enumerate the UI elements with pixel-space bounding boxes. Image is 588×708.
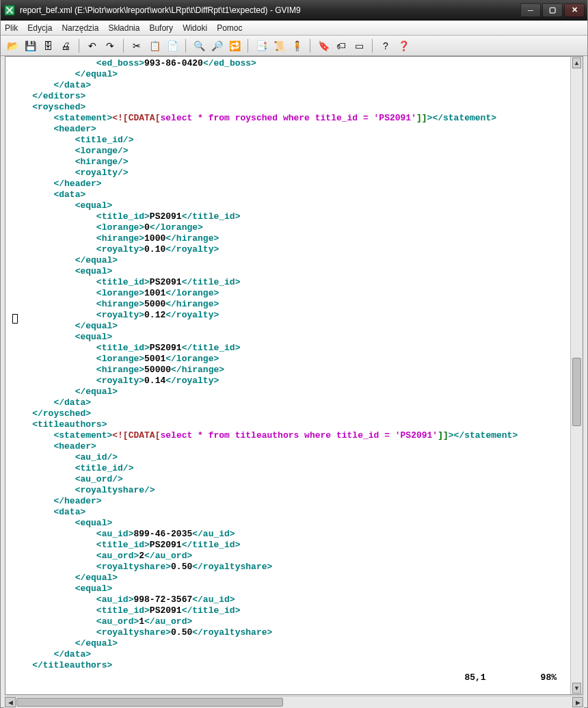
code-line[interactable]: <data> [5,189,570,200]
tagjump-icon[interactable]: ▭ [351,38,366,53]
horizontal-scrollbar[interactable]: ◀ ▶ [4,696,584,708]
scroll-down-icon[interactable]: ▼ [572,683,581,694]
code-line[interactable]: <equal> [5,200,570,211]
menu-help[interactable]: Pomoc [217,23,242,33]
code-line[interactable]: <statement><![CDATA[select * from titlea… [5,430,570,441]
code-line[interactable]: <hirange/> [5,157,570,168]
tagsgen-icon[interactable]: 🏷 [334,38,349,53]
code-line[interactable]: <lorange>5001</lorange> [5,354,570,365]
code-line[interactable]: </equal> [5,573,570,584]
code-line[interactable]: <hirange>5000</hirange> [5,299,570,310]
print-icon[interactable]: 🖨 [58,38,73,53]
code-line[interactable]: </titleauthors> [5,660,570,671]
help-icon[interactable]: ? [378,38,393,53]
menu-edit[interactable]: Edycja [27,23,52,33]
code-line[interactable]: <titleauthors> [5,419,570,430]
code-line[interactable]: <title_id>PS2091</title_id> [5,343,570,354]
code-line[interactable]: <equal> [5,332,570,343]
code-line[interactable]: <title_id>PS2091</title_id> [5,540,570,551]
undo-icon[interactable]: ↶ [85,38,100,53]
code-line[interactable]: <equal> [5,266,570,277]
tool-sep [310,39,310,53]
savesession-icon[interactable]: 📜 [271,38,286,53]
loadsession-icon[interactable]: 📑 [254,38,269,53]
code-line[interactable]: <roysched> [5,102,570,113]
maximize-button[interactable]: ▢ [542,3,563,17]
tool-sep [79,39,79,53]
code-line[interactable]: <title_id/> [5,463,570,474]
code-line[interactable]: </equal> [5,321,570,332]
code-line[interactable]: <equal> [5,518,570,529]
code-line[interactable]: </editors> [5,91,570,102]
code-line[interactable]: <equal> [5,584,570,594]
hscroll-thumb[interactable] [16,698,283,707]
code-line[interactable]: <au_id>899-46-2035</au_id> [5,529,570,540]
code-line[interactable]: <au_id>998-72-3567</au_id> [5,594,570,605]
cut-icon[interactable]: ✂ [129,38,144,53]
scroll-up-icon[interactable]: ▲ [572,57,581,68]
code-line[interactable]: </equal> [5,638,570,649]
code-line[interactable]: <royalty>0.10</royalty> [5,244,570,255]
make-icon[interactable]: 🔖 [316,38,331,53]
code-line[interactable]: </equal> [5,386,570,397]
code-line[interactable]: <title_id>PS2091</title_id> [5,605,570,616]
redo-icon[interactable]: ↷ [103,38,118,53]
save-icon[interactable]: 💾 [23,38,38,53]
code-line[interactable]: <royaltyshare>0.50</royaltyshare> [5,627,570,638]
code-line[interactable]: <royaltyshare>0.50</royaltyshare> [5,562,570,573]
saveall-icon[interactable]: 🗄 [40,38,55,53]
scroll-thumb[interactable] [572,358,581,426]
runscript-icon[interactable]: 🧍 [289,38,304,53]
code-line[interactable]: <lorange>1001</lorange> [5,288,570,299]
scroll-right-icon[interactable]: ▶ [572,697,583,707]
code-line[interactable]: </data> [5,80,570,91]
code-line[interactable]: <statement><![CDATA[select * from roysch… [5,113,570,124]
menu-file[interactable]: Plik [5,23,18,33]
code-line[interactable]: <au_id/> [5,452,570,463]
copy-icon[interactable]: 📋 [147,38,162,53]
findhelp-icon[interactable]: ❓ [396,38,411,53]
gvim-icon [3,4,16,16]
code-line[interactable]: <hirange>1000</hirange> [5,233,570,244]
code-line[interactable]: <title_id>PS2091</title_id> [5,211,570,222]
replace-icon[interactable]: 🔁 [227,38,242,53]
code-line[interactable]: <royalty>0.14</royalty> [5,376,570,386]
code-editor[interactable]: <ed_boss>993-86-0420</ed_boss> </equal> … [5,57,570,694]
paste-icon[interactable]: 📄 [165,38,180,53]
find-icon[interactable]: 🔍 [191,38,206,53]
code-line[interactable]: </data> [5,397,570,408]
code-line[interactable]: <lorange/> [5,146,570,157]
code-line[interactable]: <data> [5,507,570,518]
code-line[interactable]: <royalty/> [5,168,570,179]
vertical-scrollbar[interactable]: ▲ ▼ [570,57,583,694]
menu-views[interactable]: Widoki [183,23,207,33]
minimize-button[interactable]: ─ [520,3,541,17]
scroll-left-icon[interactable]: ◀ [5,697,16,707]
code-line[interactable]: <royaltyshare/> [5,485,570,496]
code-line[interactable]: </equal> [5,69,570,80]
code-line[interactable]: <title_id/> [5,135,570,146]
code-line[interactable]: <hirange>50000</hirange> [5,365,570,376]
code-line[interactable]: <royalty>0.12</royalty> [5,310,570,321]
code-line[interactable]: <title_id>PS2091</title_id> [5,277,570,288]
code-line[interactable]: <au_ord>1</au_ord> [5,616,570,627]
code-line[interactable]: </data> [5,649,570,660]
menu-tools[interactable]: Narzędzia [62,23,98,33]
menu-syntax[interactable]: Składnia [108,23,139,33]
open-icon[interactable]: 📂 [5,38,20,53]
findnext-icon[interactable]: 🔎 [209,38,224,53]
menubar: Plik Edycja Narzędzia Składnia Bufory Wi… [1,21,587,36]
code-line[interactable]: <au_ord>2</au_ord> [5,551,570,562]
code-line[interactable]: <header> [5,441,570,452]
code-line[interactable]: <lorange>0</lorange> [5,222,570,233]
titlebar[interactable]: report_bef.xml (E:\Piotr\work\lreport\wo… [1,0,587,21]
close-button[interactable]: ✕ [564,3,585,17]
code-line[interactable]: </equal> [5,255,570,266]
code-line[interactable]: <ed_boss>993-86-0420</ed_boss> [5,58,570,69]
code-line[interactable]: </header> [5,179,570,189]
code-line[interactable]: <au_ord/> [5,474,570,485]
code-line[interactable]: </header> [5,496,570,507]
code-line[interactable]: </roysched> [5,408,570,419]
code-line[interactable]: <header> [5,124,570,135]
menu-buffers[interactable]: Bufory [149,23,173,33]
